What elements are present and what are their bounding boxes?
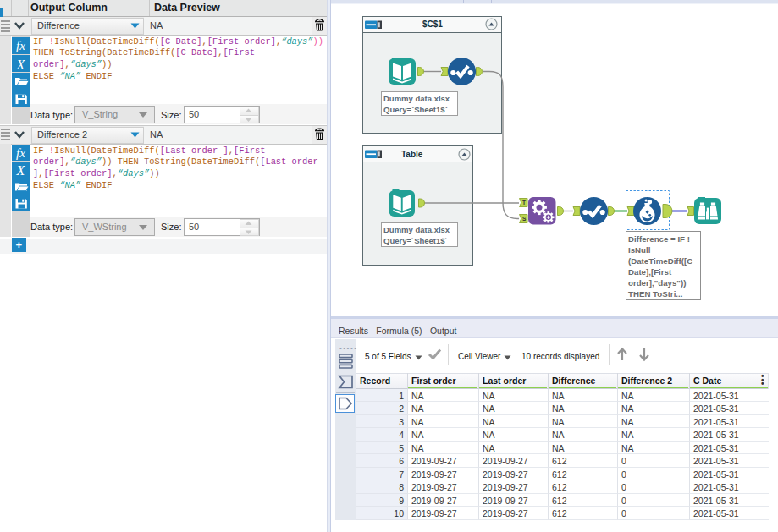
svg-text:X: X	[16, 58, 26, 72]
svg-text:T: T	[522, 200, 526, 206]
svg-text:fx: fx	[16, 145, 25, 159]
svg-text:fx: fx	[16, 39, 25, 52]
svg-text:X: X	[16, 163, 26, 178]
svg-text:S: S	[522, 216, 527, 222]
